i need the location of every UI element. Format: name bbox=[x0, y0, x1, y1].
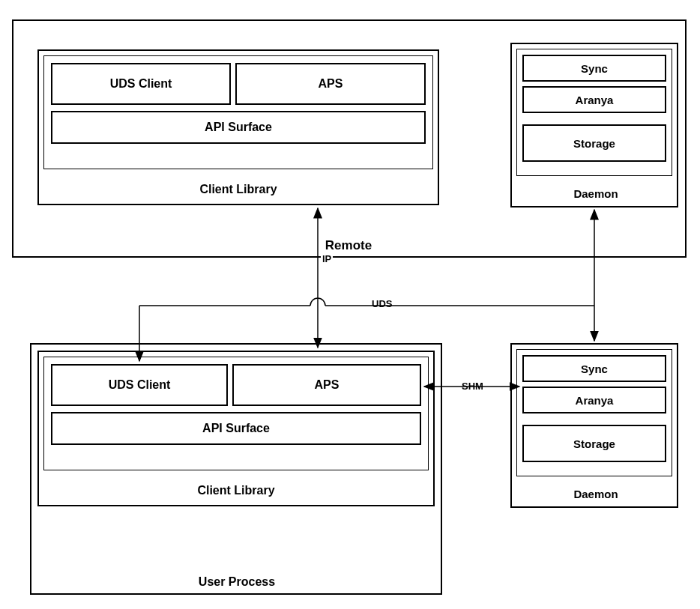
bottom-aranya: Aranya bbox=[522, 387, 666, 413]
up-uds-client: UDS Client bbox=[51, 364, 228, 406]
shm-label: SHM bbox=[460, 381, 485, 392]
bottom-storage: Storage bbox=[522, 425, 666, 462]
remote-aranya: Aranya bbox=[522, 86, 666, 113]
up-aps: APS bbox=[232, 364, 421, 406]
user-process-title: User Process bbox=[162, 575, 312, 589]
remote-aps: APS bbox=[235, 63, 426, 105]
remote-client-library-title: Client Library bbox=[163, 183, 313, 196]
remote-api-surface: API Surface bbox=[51, 111, 426, 144]
ip-label: IP bbox=[321, 253, 333, 264]
remote-sync: Sync bbox=[522, 55, 666, 82]
up-client-library-title: Client Library bbox=[161, 484, 311, 497]
remote-title: Remote bbox=[292, 238, 405, 253]
uds-label: UDS bbox=[370, 298, 393, 309]
up-api-surface: API Surface bbox=[51, 412, 421, 445]
remote-uds-client: UDS Client bbox=[51, 63, 231, 105]
remote-storage: Storage bbox=[522, 124, 666, 162]
bottom-daemon-title: Daemon bbox=[555, 488, 637, 500]
remote-daemon-title: Daemon bbox=[555, 187, 637, 200]
bottom-sync: Sync bbox=[522, 355, 666, 382]
